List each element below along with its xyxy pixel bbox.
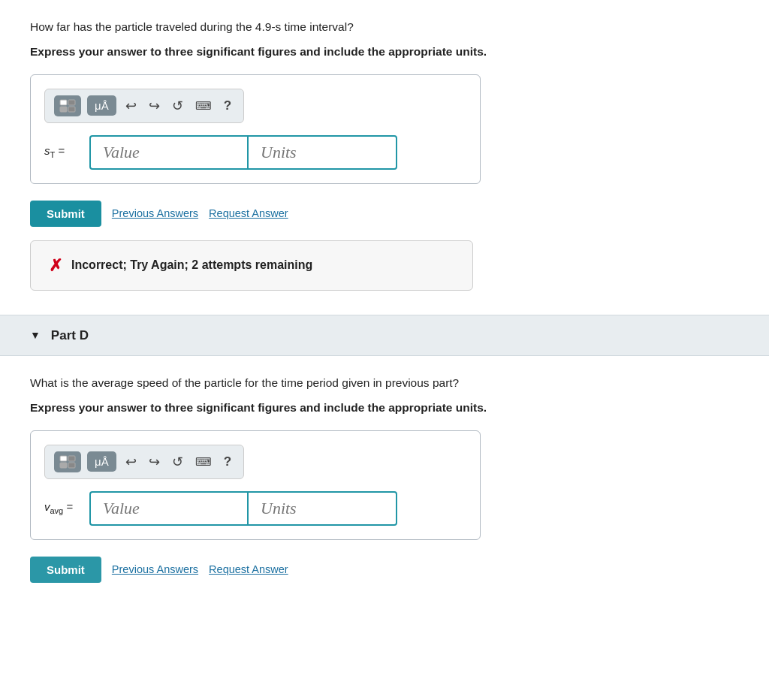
svg-rect-5	[68, 456, 75, 461]
svg-rect-3	[68, 107, 75, 112]
part-d-input-row: vavg =	[44, 491, 466, 526]
part-c-toolbar: μÅ ↩ ↪ ↺ ⌨ ?	[44, 89, 244, 123]
help-button[interactable]: ?	[221, 97, 234, 115]
part-d-label: Part D	[51, 326, 89, 345]
part-c-units-input[interactable]	[247, 135, 397, 170]
part-d-question: What is the average speed of the particl…	[30, 374, 739, 391]
part-d-help-button[interactable]: ?	[221, 453, 234, 471]
part-c-request-answer-button[interactable]: Request Answer	[209, 207, 288, 219]
part-d-mu-button[interactable]: μÅ	[87, 451, 116, 472]
part-d-request-answer-button[interactable]: Request Answer	[209, 563, 288, 575]
part-c-action-row: Submit Previous Answers Request Answer	[30, 201, 739, 227]
part-d-undo-button[interactable]: ↩	[122, 452, 140, 472]
undo-button[interactable]: ↩	[122, 96, 140, 116]
reset-button[interactable]: ↺	[169, 96, 186, 116]
keyboard-button[interactable]: ⌨	[192, 98, 215, 114]
part-c-value-input[interactable]	[89, 135, 247, 170]
part-d-keyboard-button[interactable]: ⌨	[192, 454, 215, 470]
part-d-grid-icon-button[interactable]	[54, 451, 81, 472]
svg-rect-0	[60, 100, 67, 105]
part-d-header[interactable]: ▼ Part D	[0, 315, 769, 357]
redo-button[interactable]: ↪	[146, 96, 163, 116]
part-c-variable-label: sT =	[44, 143, 82, 161]
grid-icon-button[interactable]	[54, 95, 81, 116]
mu-button[interactable]: μÅ	[87, 95, 116, 116]
part-c-input-row: sT =	[44, 135, 466, 170]
part-d-value-input[interactable]	[89, 491, 247, 526]
part-d-submit-button[interactable]: Submit	[30, 557, 101, 583]
feedback-text: Incorrect; Try Again; 2 attempts remaini…	[71, 256, 312, 274]
page: How far has the particle traveled during…	[0, 0, 769, 700]
part-d-answer-box: μÅ ↩ ↪ ↺ ⌨ ? vavg =	[30, 430, 481, 540]
svg-rect-4	[60, 456, 67, 461]
part-c-feedback-box: ✗ Incorrect; Try Again; 2 attempts remai…	[30, 240, 473, 291]
grid-icon	[59, 99, 76, 113]
part-d-grid-icon	[59, 455, 76, 469]
svg-rect-1	[68, 100, 75, 105]
part-d-toolbar: μÅ ↩ ↪ ↺ ⌨ ?	[44, 445, 244, 479]
part-c-question: How far has the particle traveled during…	[30, 18, 739, 35]
svg-rect-6	[60, 463, 67, 468]
svg-rect-7	[68, 463, 75, 468]
part-c-answer-box: μÅ ↩ ↪ ↺ ⌨ ? sT =	[30, 74, 481, 184]
part-c-section: How far has the particle traveled during…	[0, 0, 769, 315]
part-d-toggle[interactable]: ▼	[30, 327, 41, 343]
part-d-units-input[interactable]	[247, 491, 397, 526]
svg-rect-2	[60, 107, 67, 112]
part-c-submit-button[interactable]: Submit	[30, 201, 101, 227]
part-d-instruction: Express your answer to three significant…	[30, 399, 739, 416]
part-d-action-row: Submit Previous Answers Request Answer	[30, 557, 739, 583]
part-d-section: What is the average speed of the particl…	[0, 356, 769, 601]
part-d-previous-answers-button[interactable]: Previous Answers	[112, 563, 198, 575]
part-d-reset-button[interactable]: ↺	[169, 452, 186, 472]
part-c-instruction: Express your answer to three significant…	[30, 43, 739, 60]
part-d-variable-label: vavg =	[44, 499, 82, 517]
incorrect-icon: ✗	[49, 253, 62, 278]
part-d-redo-button[interactable]: ↪	[146, 452, 163, 472]
part-c-previous-answers-button[interactable]: Previous Answers	[112, 207, 198, 219]
